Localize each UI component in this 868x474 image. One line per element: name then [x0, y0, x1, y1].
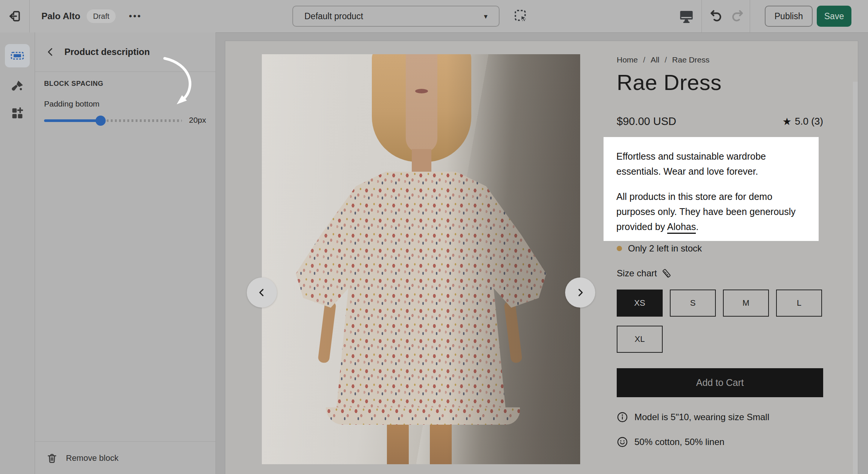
- apps-icon: [10, 106, 25, 121]
- slider-knob[interactable]: [96, 116, 106, 126]
- device-preview-button[interactable]: [677, 0, 696, 32]
- slider-track[interactable]: [44, 115, 182, 126]
- undo-icon: [709, 8, 725, 24]
- size-label: XL: [635, 334, 645, 344]
- model-face: [406, 54, 437, 153]
- breadcrumb: Home / All / Rae Dress: [617, 55, 709, 64]
- slider-value: 20px: [189, 116, 206, 125]
- block-settings-panel: Product description BLOCK SPACING Paddin…: [35, 32, 216, 474]
- sidebar-item-apps[interactable]: [5, 102, 30, 125]
- slider-fill: [44, 119, 101, 122]
- theme-editor: Palo Alto Draft ••• Default product ▾: [0, 0, 868, 474]
- product-title: Rae Dress: [617, 70, 721, 95]
- exit-icon: [8, 9, 21, 23]
- status-badge: Draft: [87, 9, 116, 23]
- back-button[interactable]: [46, 47, 55, 57]
- sidebar-item-theme-settings[interactable]: [5, 75, 30, 98]
- chevron-down-icon: ▾: [484, 12, 487, 21]
- remove-block-button[interactable]: Remove block: [35, 441, 215, 474]
- select-element-tool[interactable]: [512, 0, 530, 32]
- product-price: $90.00 USD: [617, 115, 676, 128]
- save-button[interactable]: Save: [817, 6, 851, 27]
- editor-nav-strip: [0, 32, 35, 474]
- size-label: S: [690, 298, 696, 308]
- price-row: $90.00 USD ★ 5.0 (3): [617, 115, 823, 128]
- size-chart-label: Size chart: [617, 268, 657, 279]
- preview-scrollbar[interactable]: [853, 82, 858, 474]
- breadcrumb-all[interactable]: All: [651, 55, 659, 64]
- description-text: All products in this store are for demo …: [616, 191, 796, 232]
- stock-text: Only 2 left in stock: [628, 243, 702, 254]
- size-option-m[interactable]: M: [723, 290, 769, 317]
- size-option-s[interactable]: S: [670, 290, 716, 317]
- size-option-l[interactable]: L: [776, 290, 822, 317]
- breadcrumb-separator: /: [665, 55, 667, 64]
- desktop-monitor-icon: [679, 8, 694, 24]
- page-selector-value: Default product: [304, 11, 363, 21]
- product-note: Model is 5"10, wearing size Small: [617, 412, 769, 423]
- page-selector-dropdown[interactable]: Default product ▾: [292, 6, 500, 27]
- product-note: 50% cotton, 50% linen: [617, 436, 724, 448]
- size-option-xl[interactable]: XL: [617, 326, 663, 353]
- rating-text: 5.0 (3): [795, 116, 823, 127]
- padding-bottom-slider: 20px: [44, 115, 206, 126]
- product-rating[interactable]: ★ 5.0 (3): [782, 116, 823, 128]
- size-label: XS: [634, 298, 645, 308]
- redo-icon: [729, 8, 744, 24]
- product-photo: [262, 54, 580, 464]
- model-leg-right: [430, 421, 452, 464]
- breadcrumb-current: Rae Dress: [672, 55, 709, 64]
- chevron-right-icon: [575, 287, 585, 298]
- size-chart-link[interactable]: Size chart: [617, 268, 672, 279]
- star-icon: ★: [782, 116, 792, 128]
- carousel-next-button[interactable]: [565, 277, 595, 308]
- section-heading: BLOCK SPACING: [44, 80, 103, 88]
- model-hair: [372, 54, 471, 162]
- undo-button[interactable]: [708, 0, 726, 32]
- stock-dot-icon: [617, 246, 622, 251]
- paintbrush-icon: [10, 79, 25, 94]
- topbar-divider: [750, 0, 750, 32]
- marquee-select-icon: [513, 9, 529, 24]
- exit-editor-button[interactable]: [0, 0, 29, 32]
- size-label: M: [743, 298, 749, 308]
- top-bar: Palo Alto Draft ••• Default product ▾: [0, 0, 868, 33]
- size-option-xs[interactable]: XS: [617, 290, 663, 317]
- trash-icon: [35, 453, 58, 464]
- ruler-icon: [661, 268, 672, 279]
- model-arm-left: [318, 300, 336, 363]
- breadcrumb-home[interactable]: Home: [617, 55, 638, 64]
- sections-icon: [9, 48, 25, 64]
- panel-title: Product description: [64, 47, 150, 57]
- description-paragraph-1: Effortless and sustainable wardrobe esse…: [616, 149, 806, 179]
- storefront-preview: Home / All / Rae Dress Rae Dress $90.00 …: [225, 41, 858, 474]
- model-arm-right: [504, 300, 523, 363]
- alohas-link[interactable]: Alohas: [667, 221, 696, 234]
- note-text: Model is 5"10, wearing size Small: [634, 412, 769, 422]
- info-icon: [617, 412, 628, 423]
- remove-block-label: Remove block: [66, 453, 118, 463]
- dress-hem-ruffle: [326, 407, 520, 425]
- redo-button[interactable]: [727, 0, 746, 32]
- size-label: L: [797, 298, 801, 308]
- description-paragraph-2: All products in this store are for demo …: [616, 189, 806, 234]
- more-actions-button[interactable]: •••: [129, 0, 142, 32]
- topbar-divider: [29, 0, 30, 32]
- model-neck: [412, 149, 431, 179]
- sidebar-item-sections[interactable]: [5, 44, 30, 67]
- add-to-cart-button[interactable]: Add to Cart: [617, 368, 823, 397]
- model-leg-left: [387, 421, 409, 464]
- breadcrumb-separator: /: [643, 55, 645, 64]
- theme-name: Palo Alto: [41, 0, 80, 32]
- panel-header: Product description: [35, 32, 215, 72]
- topbar-divider: [701, 0, 702, 32]
- slider-remaining-track: [107, 119, 182, 122]
- publish-button[interactable]: Publish: [765, 6, 813, 27]
- stock-status: Only 2 left in stock: [617, 243, 702, 254]
- chevron-left-icon: [257, 287, 267, 298]
- carousel-prev-button[interactable]: [247, 277, 277, 308]
- smiley-icon: [617, 436, 628, 448]
- description-text: .: [696, 221, 698, 232]
- floral-dress: [296, 172, 546, 415]
- note-text: 50% cotton, 50% linen: [634, 437, 724, 447]
